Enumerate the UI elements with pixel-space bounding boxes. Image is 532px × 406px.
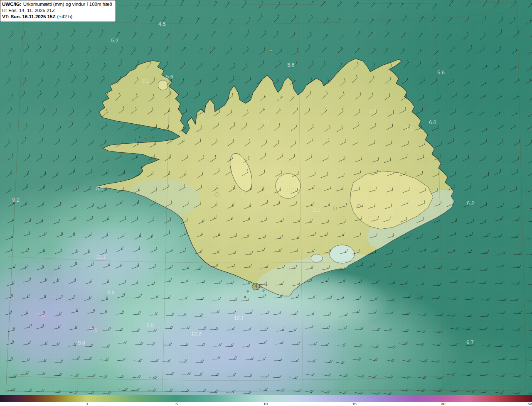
map-canvas: 4.55.25.63.15.65.62.86.02.23.35.09.22.22…: [0, 0, 532, 395]
title-line: UWC/IG:Úrkomumætti (mm) og vindur í 100m…: [2, 1, 112, 7]
colorbar-tick-label: 30: [441, 401, 446, 406]
weather-map-viewer: 4.55.25.63.15.65.62.86.02.23.35.09.22.22…: [0, 0, 532, 406]
map-svg: 4.55.25.63.15.65.62.86.02.23.35.09.22.22…: [0, 0, 532, 395]
map-value-label: 9.8: [146, 322, 153, 328]
map-value-label: 9.8: [107, 290, 114, 296]
map-value-label: 5.6: [437, 70, 444, 76]
map-value-label: 2.1: [313, 207, 320, 213]
model-name: UWC/IG:: [2, 2, 22, 7]
map-value-label: 9.8: [78, 340, 85, 346]
colorbar-tick-label: 5: [175, 401, 177, 406]
map-value-label: 5.2: [111, 38, 118, 44]
map-value-label: 3.3: [405, 127, 412, 132]
map-value-label: 12.0: [34, 313, 44, 318]
colorbar-tick-label: 10: [263, 401, 268, 406]
map-value-label: 5.6: [166, 74, 173, 80]
product-name: Úrkomumætti (mm) og vindur í 100m hæð: [23, 2, 112, 7]
map-value-label: 5.0: [96, 186, 103, 191]
map-value-label: 7.6: [90, 328, 97, 333]
map-value-label: 2.9: [386, 208, 393, 214]
map-value-label: 4.5: [158, 21, 165, 27]
precipitation-colorbar: 1510153050: [0, 395, 532, 406]
map-value-label: 2.8: [369, 108, 376, 114]
map-value-label: 2.2: [264, 190, 271, 196]
map-value-label: 11.1: [96, 254, 106, 260]
colorbar-gradient: [0, 395, 532, 402]
map-value-label: 3.1: [142, 78, 149, 84]
map-value-label: 9.2: [12, 197, 19, 203]
map-value-label: 6.2: [467, 201, 474, 206]
valid-offset: (+42 h): [57, 14, 73, 19]
map-value-label: 6.7: [466, 340, 473, 345]
map-value-label: 12.1: [234, 316, 244, 321]
colorbar-ticks: 1510153050: [0, 402, 532, 406]
colorbar-tick-label: 50: [527, 401, 532, 406]
texture-overlay: [0, 0, 532, 395]
map-value-label: 4.5: [254, 284, 261, 289]
map-value-label: 12.2: [191, 331, 201, 337]
map-value-label: 2.2: [262, 120, 269, 125]
valid-time-line: VT: Sun. 16.11.2025 15Z(+42 h): [2, 14, 112, 20]
colorbar-tick-label: 15: [352, 401, 357, 406]
valid-time: VT: Sun. 16.11.2025 15Z: [2, 14, 56, 19]
map-value-label: 6.0: [429, 120, 436, 125]
map-value-label: 5.6: [287, 62, 294, 68]
title-box: UWC/IG:Úrkomumætti (mm) og vindur í 100m…: [0, 0, 116, 22]
init-time: IT: Fös. 14. 11. 2025 21Z: [2, 7, 112, 14]
colorbar-tick-label: 1: [86, 401, 88, 406]
